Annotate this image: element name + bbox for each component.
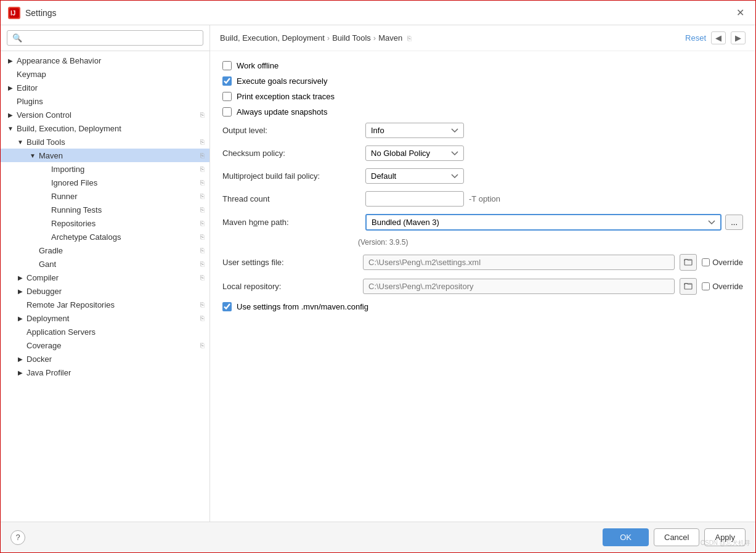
pin-icon: ⎘ [200, 247, 205, 254]
pin-icon: ⎘ [200, 301, 205, 308]
window-title: Settings [25, 8, 57, 18]
arrow-icon [15, 327, 25, 337]
sidebar-item-gradle[interactable]: Gradle ⎘ [1, 244, 209, 257]
ok-button[interactable]: OK [603, 528, 649, 546]
sidebar-item-label: Keymap [17, 70, 205, 79]
sidebar-item-remote-jar[interactable]: Remote Jar Repositories ⎘ [1, 298, 209, 311]
work-offline-label: Work offline [237, 61, 278, 70]
thread-count-input[interactable] [365, 191, 464, 207]
sidebar-item-importing[interactable]: Importing ⎘ [1, 162, 209, 176]
sidebar-item-keymap[interactable]: Keymap [1, 67, 209, 81]
use-settings-row: Use settings from .mvn/maven.config [222, 302, 743, 311]
arrow-icon: ▼ [28, 150, 38, 160]
sidebar-item-editor[interactable]: ▶ Editor [1, 81, 209, 94]
svg-text:IJ: IJ [10, 10, 15, 17]
sidebar-item-label: Build Tools [26, 137, 200, 147]
user-settings-label: User settings file: [222, 258, 358, 267]
thread-count-label: Thread count [222, 194, 358, 203]
sidebar-item-maven[interactable]: ▼ Maven ⎘ [1, 149, 209, 162]
sidebar-item-label: Deployment [26, 314, 200, 323]
local-repository-override-checkbox[interactable] [702, 282, 710, 290]
sidebar-item-gant[interactable]: Gant ⎘ [1, 257, 209, 271]
sidebar-item-appearance[interactable]: ▶ Appearance & Behavior [1, 54, 209, 67]
reset-button[interactable]: Reset [685, 33, 706, 43]
arrow-icon [28, 259, 38, 269]
user-settings-override-checkbox[interactable] [702, 258, 710, 266]
sidebar-item-label: Java Profiler [26, 368, 205, 377]
close-button[interactable]: ✕ [733, 6, 748, 20]
use-settings-checkbox[interactable] [222, 302, 232, 311]
sidebar-item-label: Remote Jar Repositories [26, 300, 200, 309]
work-offline-checkbox[interactable] [222, 61, 232, 70]
search-input[interactable] [7, 30, 203, 46]
breadcrumb-bar: Build, Execution, Deployment › Build Too… [210, 25, 755, 51]
help-button[interactable]: ? [10, 530, 25, 545]
sidebar-item-build-execution[interactable]: ▼ Build, Execution, Deployment [1, 121, 209, 135]
arrow-icon [40, 191, 50, 201]
user-settings-browse-button[interactable] [680, 254, 697, 271]
sidebar-item-version-control[interactable]: ▶ Version Control ⎘ [1, 108, 209, 121]
arrow-icon [6, 69, 15, 79]
pin-icon: ⎘ [200, 219, 205, 227]
sidebar-item-label: Build, Execution, Deployment [17, 124, 205, 133]
sidebar-item-compiler[interactable]: ▶ Compiler ⎘ [1, 271, 209, 284]
arrow-icon [40, 218, 50, 228]
sidebar-item-java-profiler[interactable]: ▶ Java Profiler [1, 366, 209, 379]
bottom-bar: ? OK Cancel Apply [1, 522, 755, 552]
sidebar-item-archetype-catalogs[interactable]: Archetype Catalogs ⎘ [1, 230, 209, 244]
sidebar-item-coverage[interactable]: Coverage ⎘ [1, 338, 209, 352]
local-repository-input[interactable] [363, 279, 675, 294]
output-level-dropdown[interactable]: Info Debug Warn Error [365, 123, 464, 138]
arrow-icon [40, 205, 50, 215]
sidebar-item-debugger[interactable]: ▶ Debugger [1, 284, 209, 298]
pin-icon: ⎘ [200, 138, 205, 145]
execute-goals-checkbox[interactable] [222, 76, 232, 86]
user-settings-input[interactable] [363, 255, 675, 270]
apply-button[interactable]: Apply [704, 528, 746, 546]
maven-home-row: Maven home path: Bundled (Maven 3) ... [222, 214, 743, 231]
sidebar-item-running-tests[interactable]: Running Tests ⎘ [1, 203, 209, 216]
pin-icon: ⎘ [200, 274, 205, 281]
folder-icon [684, 257, 693, 266]
sidebar-item-application-servers[interactable]: Application Servers [1, 325, 209, 338]
local-repository-browse-button[interactable] [680, 278, 697, 295]
sidebar-item-label: Application Servers [26, 327, 205, 337]
multiproject-policy-dropdown[interactable]: Default Fail at End Fail Fast Never Fail [365, 168, 464, 184]
checksum-policy-wrapper: No Global Policy Warn Fail Ignore [365, 145, 743, 161]
sidebar-item-label: Editor [17, 83, 205, 92]
sidebar-item-build-tools[interactable]: ▼ Build Tools ⎘ [1, 135, 209, 149]
sidebar-tree: ▶ Appearance & Behavior Keymap ▶ Editor … [1, 51, 209, 522]
folder-icon [684, 281, 693, 290]
maven-home-dropdown[interactable]: Bundled (Maven 3) [365, 214, 721, 231]
sidebar-item-runner[interactable]: Runner ⎘ [1, 189, 209, 203]
sidebar-item-label: Running Tests [51, 205, 200, 215]
sidebar-item-label: Plugins [17, 97, 205, 106]
print-exception-checkbox[interactable] [222, 92, 232, 101]
t-option-label: -T option [469, 194, 500, 203]
cancel-button[interactable]: Cancel [654, 528, 699, 546]
pin-icon: ⎘ [200, 206, 205, 213]
pin-icon: ⎘ [200, 192, 205, 200]
sidebar-item-repositories[interactable]: Repositories ⎘ [1, 216, 209, 230]
sidebar-item-ignored-files[interactable]: Ignored Files ⎘ [1, 176, 209, 189]
back-button[interactable]: ◀ [711, 31, 726, 44]
arrow-icon [40, 164, 50, 174]
sidebar-item-label: Version Control [17, 110, 200, 120]
sidebar-item-docker[interactable]: ▶ Docker [1, 352, 209, 366]
print-exception-row: Print exception stack traces [222, 92, 743, 101]
checksum-policy-dropdown[interactable]: No Global Policy Warn Fail Ignore [365, 145, 464, 161]
execute-goals-label: Execute goals recursively [237, 76, 327, 86]
breadcrumb-segment-3: Maven [378, 33, 402, 43]
maven-home-browse-button[interactable]: ... [725, 215, 743, 230]
sidebar-item-deployment[interactable]: ▶ Deployment ⎘ [1, 311, 209, 325]
forward-button[interactable]: ▶ [731, 31, 746, 44]
maven-home-label: Maven home path: [222, 218, 358, 227]
sidebar-item-label: Repositories [51, 219, 200, 228]
always-update-checkbox[interactable] [222, 107, 232, 117]
execute-goals-row: Execute goals recursively [222, 76, 743, 86]
sidebar-item-plugins[interactable]: Plugins [1, 94, 209, 108]
pin-icon: ⎘ [200, 179, 205, 186]
breadcrumb-separator: › [327, 33, 330, 43]
breadcrumb-separator: › [373, 33, 376, 43]
arrow-icon [15, 300, 25, 309]
